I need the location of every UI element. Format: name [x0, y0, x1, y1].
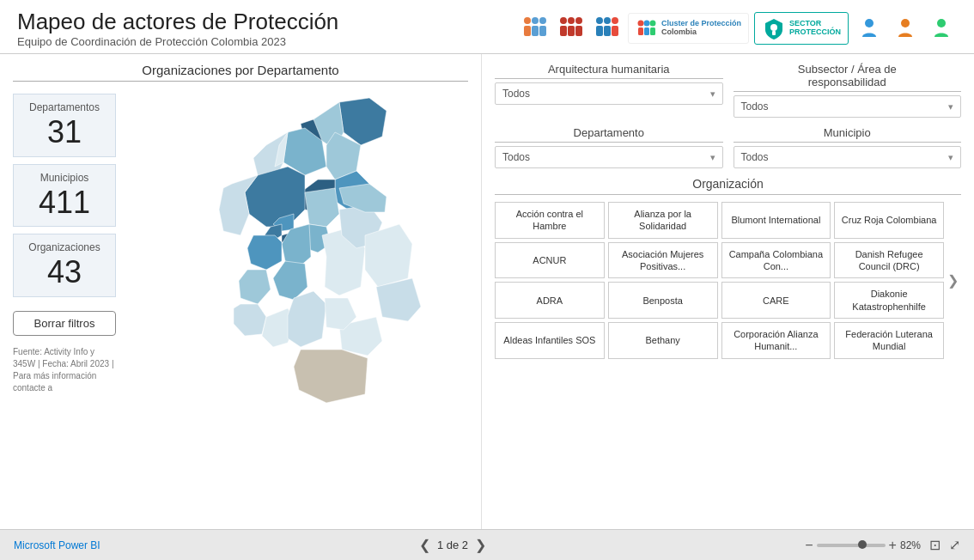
stat-organizaciones-label: Organizaciones — [26, 241, 103, 253]
page-subtitle: Equipo de Coordinación de Protección Col… — [17, 35, 338, 48]
zoom-thumb — [858, 540, 867, 549]
cluster-icon-3 — [592, 13, 623, 44]
zoom-minus-button[interactable]: − — [805, 538, 813, 553]
zoom-control: − + 82% — [805, 538, 921, 553]
content-area: Organizaciones por Departamento Departam… — [0, 54, 974, 529]
svg-point-8 — [575, 17, 582, 24]
municipio-label: Municipio — [734, 126, 962, 143]
arquitectura-chevron-icon: ▾ — [710, 88, 715, 100]
org-scroll-right-button[interactable]: ❯ — [944, 272, 961, 289]
map-wrapper: Departamentos 31 Municipios 411 Organiza… — [13, 85, 468, 429]
org-cell[interactable]: Danish Refugee Council (DRC) — [834, 242, 944, 279]
person-icon-1 — [854, 13, 885, 44]
municipio-chevron-icon: ▾ — [948, 152, 953, 163]
svg-point-24 — [770, 24, 777, 31]
page-next-button[interactable]: ❯ — [475, 537, 486, 553]
svg-point-20 — [649, 21, 655, 27]
map-section: Organizaciones por Departamento Departam… — [13, 63, 468, 520]
svg-rect-15 — [596, 26, 603, 36]
org-cell[interactable]: Blumont International — [721, 202, 831, 239]
stat-departamentos: Departamentos 31 — [13, 94, 116, 157]
filter-row-2: Departamento Todos ▾ Municipio Todos ▾ — [495, 126, 961, 168]
org-cell[interactable]: Alianza por la Solidaridad — [608, 202, 718, 239]
org-cell[interactable]: Campaña Colombiana Con... — [721, 242, 831, 279]
org-cell[interactable]: Diakonie Katastrophenhilfe — [834, 282, 944, 319]
org-cell[interactable]: ACNUR — [495, 242, 605, 279]
svg-rect-11 — [575, 26, 582, 36]
footer-left: Microsoft Power BI — [14, 539, 100, 551]
municipio-select[interactable]: Todos ▾ — [734, 146, 962, 168]
map-svg-container — [125, 85, 468, 429]
clear-filters-button[interactable]: Borrar filtros — [13, 311, 116, 336]
subsector-select[interactable]: Todos ▾ — [734, 95, 962, 118]
org-cell[interactable]: Corporación Alianza Humanit... — [721, 322, 831, 359]
departamento-label: Departamento — [495, 126, 723, 143]
org-cell[interactable]: Federación Luterana Mundial — [834, 322, 944, 359]
filter-arquitectura: Arquitectura humanitaria Todos ▾ — [495, 63, 723, 118]
subsector-value: Todos — [741, 100, 769, 113]
page-prev-button[interactable]: ❮ — [419, 537, 430, 553]
org-cell[interactable]: Benposta — [608, 282, 718, 319]
svg-rect-16 — [604, 26, 611, 36]
municipio-value: Todos — [741, 151, 769, 163]
org-cell[interactable]: Acción contra el Hambre — [495, 202, 605, 239]
zoom-slider[interactable] — [817, 544, 886, 547]
right-panel: Arquitectura humanitaria Todos ▾ Subsect… — [481, 54, 974, 529]
svg-point-0 — [532, 17, 539, 24]
svg-point-13 — [596, 17, 603, 24]
page-info: 1 de 2 — [437, 539, 468, 551]
svg-point-28 — [937, 19, 946, 27]
colombia-map[interactable] — [155, 85, 438, 429]
page-title: Mapeo de actores de Protección — [17, 9, 338, 35]
svg-rect-4 — [532, 26, 539, 36]
filter-row-1: Arquitectura humanitaria Todos ▾ Subsect… — [495, 63, 961, 118]
org-cell[interactable]: Cruz Roja Colombiana — [834, 202, 944, 239]
powerbi-link[interactable]: Microsoft Power BI — [14, 539, 100, 551]
stats-wrapper: Departamentos 31 Municipios 411 Organiza… — [13, 85, 116, 429]
org-cell[interactable]: Bethany — [608, 322, 718, 359]
stat-municipios-label: Municipios — [26, 172, 103, 184]
arquitectura-select[interactable]: Todos ▾ — [495, 82, 723, 105]
footer: Microsoft Power BI ❮ 1 de 2 ❯ − + 82% ⊡ … — [0, 529, 974, 560]
svg-rect-25 — [772, 31, 776, 35]
filter-municipio: Municipio Todos ▾ — [734, 126, 962, 168]
svg-point-12 — [604, 17, 611, 24]
stat-municipios: Municipios 411 — [13, 164, 116, 228]
org-grid: Acción contra el HambreAlianza por la So… — [495, 202, 944, 358]
svg-point-7 — [560, 17, 567, 24]
departamento-select[interactable]: Todos ▾ — [495, 146, 723, 168]
filter-subsector: Subsector / Área de responsabilidad Todo… — [734, 63, 962, 118]
org-cell[interactable]: Aldeas Infantiles SOS — [495, 322, 605, 359]
cluster-icon-2 — [556, 13, 587, 44]
svg-rect-5 — [539, 26, 546, 36]
footer-center: ❮ 1 de 2 ❯ — [419, 537, 486, 553]
org-cell[interactable]: Asociación Mujeres Positivas... — [608, 242, 718, 279]
org-cell[interactable]: ADRA — [495, 282, 605, 319]
org-cell[interactable]: CARE — [721, 282, 831, 319]
svg-rect-3 — [524, 26, 531, 36]
person-icon-3 — [926, 13, 957, 44]
header-left: Mapeo de actores de Protección Equipo de… — [17, 9, 338, 48]
header: Mapeo de actores de Protección Equipo de… — [0, 0, 974, 54]
arquitectura-label: Arquitectura humanitaria — [495, 63, 723, 79]
zoom-level: 82% — [900, 539, 921, 551]
expand-button[interactable]: ⤢ — [949, 537, 960, 553]
svg-point-1 — [524, 17, 531, 24]
stat-departamentos-label: Departamentos — [26, 101, 103, 113]
org-title: Organización — [495, 177, 961, 195]
departamento-value: Todos — [502, 151, 530, 163]
svg-rect-21 — [638, 27, 643, 35]
header-right: Cluster de Protección Colombia SECTORPRO… — [520, 12, 957, 45]
stat-departamentos-value: 31 — [26, 115, 103, 149]
map-title: Organizaciones por Departamento — [13, 63, 468, 82]
fit-page-button[interactable]: ⊡ — [929, 537, 941, 553]
svg-point-26 — [865, 19, 874, 27]
svg-rect-10 — [568, 26, 575, 36]
svg-rect-9 — [560, 26, 567, 36]
stat-organizaciones: Organizaciones 43 — [13, 234, 116, 297]
svg-point-27 — [901, 19, 910, 27]
subsector-chevron-icon: ▾ — [948, 101, 953, 113]
org-section: Organización Acción contra el HambreAlia… — [495, 177, 961, 520]
zoom-plus-button[interactable]: + — [889, 538, 897, 553]
arquitectura-value: Todos — [502, 88, 530, 100]
